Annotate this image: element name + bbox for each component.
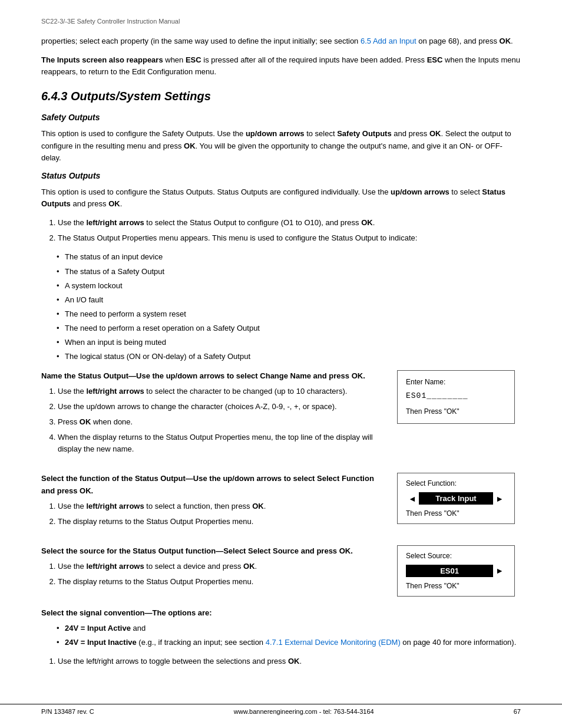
lcd-track-press: Then Press "OK" bbox=[406, 509, 506, 518]
lcd-enter-name-display: Enter Name: ES01________ Then Press "OK" bbox=[397, 370, 521, 424]
status-indicate-bullets: The status of an input device The status… bbox=[65, 251, 521, 363]
bullet-item: A system lockout bbox=[65, 280, 521, 292]
safety-outputs-subtitle: Safety Outputs bbox=[41, 113, 521, 122]
select-function-section: Select the function of the Status Output… bbox=[41, 473, 521, 535]
bullet-item: 24V = Input Active and bbox=[65, 622, 521, 634]
lcd-select-func-label: Select Function: bbox=[406, 479, 506, 487]
inputs-screen-bold: The Inputs screen also reappears bbox=[41, 55, 163, 64]
lcd-enter-label: Enter Name: bbox=[406, 377, 506, 388]
select-function-left: Select the function of the Status Output… bbox=[41, 473, 385, 535]
select-func-list: Use the left/right arrows to select a fu… bbox=[58, 500, 385, 528]
list-item: Press OK when done. bbox=[58, 416, 385, 428]
lcd-source-value: ES01 bbox=[406, 565, 493, 577]
name-heading: Name the Status Output—Use the up/down a… bbox=[41, 370, 385, 382]
lcd-track-display: Select Function: ◄ Track Input ► Then Pr… bbox=[397, 473, 521, 524]
lcd-enter-press: Then Press "OK" bbox=[406, 406, 506, 417]
intro-paragraph: properties; select each property (in the… bbox=[41, 35, 521, 47]
lcd-left-arrow: ◄ bbox=[406, 494, 419, 503]
ok-bold: OK bbox=[500, 37, 511, 45]
page-header: SC22-3/-3E Safety Controller Instruction… bbox=[41, 18, 521, 25]
lcd-source-right-arrow: ► bbox=[493, 566, 506, 575]
bullet-item: An I/O fault bbox=[65, 294, 521, 306]
select-source-list: Use the left/right arrows to select a de… bbox=[58, 561, 385, 588]
signal-convention-section: Select the signal convention—The options… bbox=[41, 607, 521, 668]
page: SC22-3/-3E Safety Controller Instruction… bbox=[0, 0, 562, 728]
status-outputs-paragraph: This option is used to configure the Sta… bbox=[41, 186, 521, 210]
select-source-heading: Select the source for the Status Output … bbox=[41, 545, 385, 557]
lcd-enter-value: ES01________ bbox=[406, 390, 506, 403]
intro-text: properties; select each property (in the… bbox=[41, 37, 361, 45]
intro-text-end: on page 68), and press OK. bbox=[416, 37, 513, 45]
bullet-item: The need to perform a system reset bbox=[65, 308, 521, 320]
status-outputs-subtitle: Status Outputs bbox=[41, 171, 521, 180]
edm-link[interactable]: 4.7.1 External Device Monitoring (EDM) bbox=[266, 638, 401, 647]
signal-steps-list: Use the left/right arrows to toggle betw… bbox=[58, 655, 521, 667]
bullet-item: The status of a Safety Output bbox=[65, 266, 521, 278]
lcd-source-display: Select Source: ES01 ► Then Press "OK" bbox=[397, 545, 521, 597]
select-func-heading: Select the function of the Status Output… bbox=[41, 473, 385, 496]
list-item: Use the left/right arrows to select a de… bbox=[58, 561, 385, 572]
page-footer: P/N 133487 rev. C www.bannerengineering.… bbox=[0, 704, 562, 715]
lcd-right-arrow: ► bbox=[493, 494, 506, 503]
list-item: The display returns to the Status Output… bbox=[58, 516, 385, 528]
bullet-item: When an input is being muted bbox=[65, 337, 521, 348]
footer-right: 67 bbox=[514, 708, 521, 715]
lcd-track-row: ◄ Track Input ► bbox=[406, 492, 506, 505]
add-input-link[interactable]: 6.5 Add an Input bbox=[361, 37, 416, 45]
lcd-enter-name-box: Enter Name: ES01________ Then Press "OK" bbox=[397, 370, 515, 424]
lcd-source-label: Select Source: bbox=[406, 552, 506, 560]
status-outputs-list: Use the left/right arrows to select the … bbox=[58, 217, 521, 244]
name-status-left: Name the Status Output—Use the up/down a… bbox=[41, 370, 385, 463]
list-item: Use the left/right arrows to toggle betw… bbox=[58, 655, 521, 667]
lcd-source-row: ES01 ► bbox=[406, 565, 506, 577]
section-title: 6.4.3 Outputs/System Settings bbox=[41, 90, 521, 103]
header-text: SC22-3/-3E Safety Controller Instruction… bbox=[41, 18, 180, 25]
select-source-section: Select the source for the Status Output … bbox=[41, 545, 521, 597]
bullet-item: The logical status (ON or ON-delay) of a… bbox=[65, 351, 521, 363]
list-item: The display returns to the Status Output… bbox=[58, 576, 385, 588]
safety-outputs-paragraph: This option is used to configure the Saf… bbox=[41, 128, 521, 163]
list-item: Use the left/right arrows to select the … bbox=[58, 386, 385, 397]
footer-center: www.bannerengineering.com - tel: 763-544… bbox=[234, 708, 374, 715]
list-item: Use the left/right arrows to select a fu… bbox=[58, 500, 385, 512]
bullet-item: 24V = Input Inactive (e.g., if tracking … bbox=[65, 637, 521, 648]
list-item: The Status Output Properties menu appear… bbox=[58, 232, 521, 244]
bold-note: The Inputs screen also reappears when ES… bbox=[41, 54, 521, 78]
list-item: Use the up/down arrows to change the cha… bbox=[58, 401, 385, 413]
bullet-item: The need to perform a reset operation on… bbox=[65, 322, 521, 334]
signal-conv-heading: Select the signal convention—The options… bbox=[41, 607, 521, 619]
list-item: When the display returns to the Status O… bbox=[58, 431, 385, 455]
select-source-left: Select the source for the Status Output … bbox=[41, 545, 385, 595]
lcd-source-press: Then Press "OK" bbox=[406, 582, 506, 590]
signal-bullets: 24V = Input Active and 24V = Input Inact… bbox=[65, 622, 521, 648]
name-status-section: Name the Status Output—Use the up/down a… bbox=[41, 370, 521, 463]
footer-left: P/N 133487 rev. C bbox=[41, 708, 94, 715]
lcd-source-box: Select Source: ES01 ► Then Press "OK" bbox=[397, 545, 515, 597]
list-item: Use the left/right arrows to select the … bbox=[58, 217, 521, 229]
name-steps-list: Use the left/right arrows to select the … bbox=[58, 386, 385, 456]
lcd-track-box: Select Function: ◄ Track Input ► Then Pr… bbox=[397, 473, 515, 524]
bullet-item: The status of an input device bbox=[65, 251, 521, 263]
lcd-track-value: Track Input bbox=[419, 492, 493, 505]
